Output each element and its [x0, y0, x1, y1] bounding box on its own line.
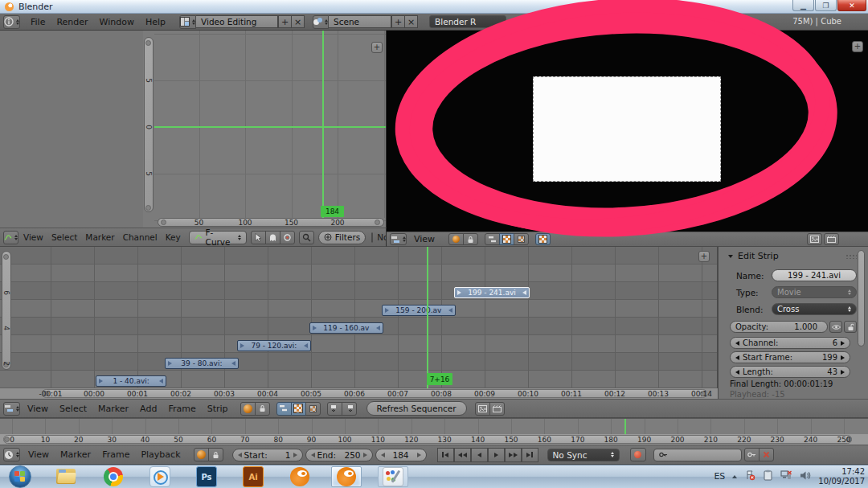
snap-left-button[interactable]: [327, 402, 342, 416]
refresh-sequencer-button[interactable]: Refresh Sequencer: [366, 401, 467, 416]
increment-arrow[interactable]: [841, 341, 845, 346]
seq-menu-marker[interactable]: Marker: [92, 404, 134, 414]
strip-right-handle[interactable]: [376, 326, 380, 330]
filters-button[interactable]: Filters: [318, 231, 366, 244]
decrement-arrow[interactable]: [381, 453, 385, 457]
display-image-button[interactable]: [499, 233, 514, 245]
graph-menu-marker[interactable]: Marker: [81, 232, 118, 242]
scene-browse-button[interactable]: [313, 15, 329, 29]
sequencer-strip[interactable]: 39 - 80.avi:: [165, 358, 239, 369]
end-frame-field[interactable]: End: 250: [305, 449, 373, 461]
frame-scroll-thumb[interactable]: [3, 435, 852, 444]
decrement-arrow[interactable]: [735, 341, 739, 346]
layout-browse-button[interactable]: [179, 15, 196, 29]
scroll-dot-top[interactable]: [3, 254, 9, 260]
seq-image-button[interactable]: [475, 402, 490, 416]
display-split-button[interactable]: [514, 233, 529, 245]
graph-corner-split-widget[interactable]: +: [371, 42, 383, 53]
scroll-dot-bottom[interactable]: [145, 205, 151, 211]
network-status-icon[interactable]: [780, 470, 792, 483]
preview-range-button[interactable]: [194, 448, 209, 461]
strip-name-field[interactable]: 199 - 241.avi: [772, 269, 857, 281]
insert-keyframe-button[interactable]: [744, 448, 760, 461]
display-sequencer-button[interactable]: [485, 233, 500, 245]
menu-file[interactable]: File: [25, 17, 51, 27]
delete-layout-button[interactable]: ×: [291, 15, 305, 28]
strip-right-handle[interactable]: [231, 361, 235, 366]
scroll-dot-top[interactable]: [145, 40, 151, 46]
preview-clip-button[interactable]: [824, 233, 839, 245]
add-layout-button[interactable]: +: [278, 15, 292, 28]
graph-editor-canvas[interactable]: + 18450550100150200: [0, 31, 387, 228]
sequencer-strip[interactable]: 79 - 120.avi:: [237, 340, 311, 351]
removable-device-icon[interactable]: [763, 470, 773, 483]
info-editor-type-button[interactable]: [3, 15, 20, 29]
taskbar-chrome-button[interactable]: [98, 466, 129, 487]
sequencer-strip[interactable]: 199 - 241.avi: [454, 287, 530, 298]
timeline-editor-type-button[interactable]: [3, 448, 20, 461]
seq-sphere-button[interactable]: [240, 402, 256, 416]
strip-right-handle[interactable]: [522, 290, 526, 295]
seq-menu-strip[interactable]: Strip: [202, 404, 234, 414]
render-engine-dropdown[interactable]: Blender R: [429, 15, 506, 28]
tray-clock[interactable]: 17:42 10/09/2017: [818, 467, 865, 486]
graph-menu-view[interactable]: View: [19, 232, 47, 242]
menu-help[interactable]: Help: [140, 17, 171, 27]
strip-right-handle[interactable]: [448, 308, 452, 313]
menu-render[interactable]: Render: [51, 17, 93, 27]
preview-editor-type-button[interactable]: [390, 233, 407, 245]
view-split-button[interactable]: [305, 402, 321, 416]
preview-corner-split-widget[interactable]: +: [852, 41, 863, 52]
fcurve-mode-dropdown[interactable]: F-Curve: [189, 231, 247, 244]
graph-menu-channel[interactable]: Channel: [119, 232, 162, 242]
zoom-tool-button[interactable]: [299, 231, 314, 244]
timeline-lock-button[interactable]: [208, 448, 223, 461]
next-keyframe-button[interactable]: [505, 448, 522, 462]
scroll-dot-left[interactable]: [4, 437, 10, 442]
sync-mode-dropdown[interactable]: No Sync: [547, 449, 620, 461]
current-frame-field[interactable]: 184: [375, 449, 427, 461]
seq-lock-button[interactable]: [255, 402, 270, 416]
volume-icon[interactable]: [800, 470, 811, 483]
timeline-menu-marker[interactable]: Marker: [55, 449, 96, 460]
pivot-point-button[interactable]: [280, 231, 295, 244]
decrement-arrow[interactable]: [238, 453, 242, 457]
preview-lock-button[interactable]: [463, 233, 478, 245]
length-stepper[interactable]: Length: 43: [730, 366, 850, 378]
timeline-frame-scrollbar[interactable]: 0102030405060708090100110120130140150160…: [0, 434, 868, 445]
sequencer-corner-split-widget[interactable]: +: [698, 251, 710, 262]
seq-menu-add[interactable]: Add: [134, 404, 162, 414]
taskbar-photoshop-button[interactable]: Ps: [191, 466, 222, 487]
ghost-curves-button[interactable]: [265, 231, 280, 244]
sequencer-strip[interactable]: 119 - 160.av: [309, 322, 383, 334]
graph-menu-select[interactable]: Select: [47, 232, 81, 242]
sequencer-strip[interactable]: 1 - 40.avi:: [96, 375, 166, 387]
scene-field[interactable]: Scene: [329, 15, 391, 28]
tweak-mode-button[interactable]: [251, 231, 266, 244]
sequencer-canvas[interactable]: 1 - 40.avi:39 - 80.avi:79 - 120.avi:119 …: [0, 247, 718, 388]
start-frame-field[interactable]: Start: 1: [232, 449, 303, 461]
increment-arrow[interactable]: [841, 355, 845, 360]
view-image-button[interactable]: [291, 402, 306, 416]
start-frame-stepper[interactable]: Start Frame: 199: [730, 351, 850, 363]
sequencer-timecode-scrollbar[interactable]: -00:0100:0000:0100:0200:0300:0400:0500:0…: [0, 388, 718, 399]
graph-horizontal-scrollbar[interactable]: [158, 218, 384, 227]
normalize-checkbox[interactable]: [371, 232, 373, 243]
taskbar-explorer-button[interactable]: [51, 466, 82, 487]
snap-right-button[interactable]: [342, 402, 357, 416]
strip-right-handle[interactable]: [304, 343, 308, 348]
taskbar-paint-button[interactable]: [378, 466, 408, 487]
preview-sphere-button[interactable]: [448, 233, 464, 245]
increment-arrow[interactable]: [417, 453, 421, 457]
mute-strip-button[interactable]: [829, 321, 842, 333]
action-center-icon[interactable]: [744, 470, 755, 483]
panel-drag-grip[interactable]: [845, 254, 857, 259]
lock-strip-button[interactable]: [844, 321, 857, 333]
hidden-icons-button[interactable]: [732, 475, 737, 478]
decrement-arrow[interactable]: [311, 453, 315, 457]
opacity-slider[interactable]: Opacity: 1.000: [730, 321, 828, 333]
timeline-menu-frame[interactable]: Frame: [96, 449, 135, 460]
panel-collapse-arrow[interactable]: [728, 255, 733, 258]
increment-arrow[interactable]: [841, 370, 845, 375]
scroll-dot-left[interactable]: [161, 219, 166, 225]
